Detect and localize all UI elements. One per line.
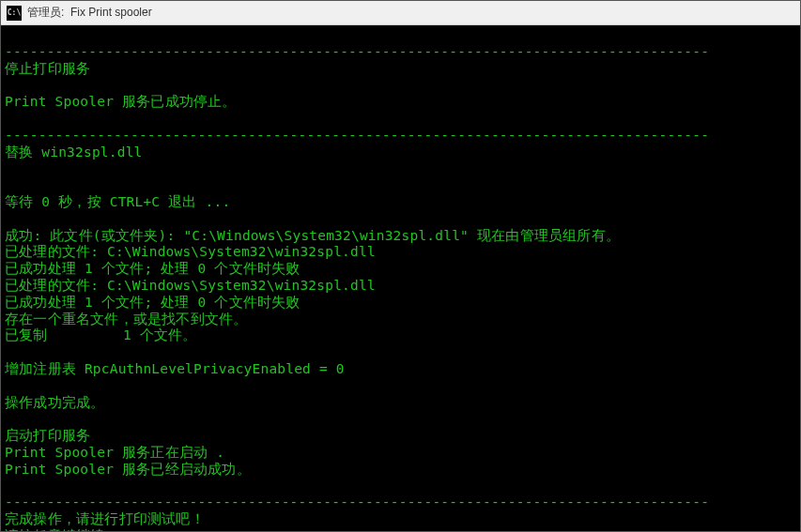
cmd-icon: C:\ <box>7 6 22 21</box>
cmd-window: C:\ 管理员: Fix Print spooler -------------… <box>0 0 801 532</box>
titlebar[interactable]: C:\ 管理员: Fix Print spooler <box>1 1 800 25</box>
window-title: 管理员: Fix Print spooler <box>27 5 152 21</box>
terminal-output[interactable]: ----------------------------------------… <box>1 25 800 531</box>
